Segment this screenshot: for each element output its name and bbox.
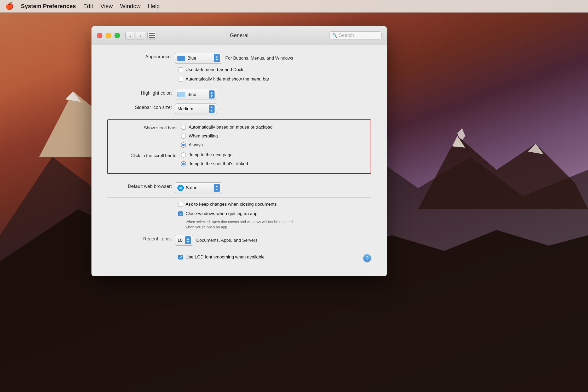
- preferences-window: ‹ › General 🔍 Search Appearance: Blue: [91, 26, 387, 276]
- default-browser-row: Default web browser: ◎ Safari ▲ ▼: [107, 182, 371, 193]
- ask-keep-checkbox[interactable]: [178, 202, 183, 207]
- highlight-color-row: Highlight color: Blue ▲ ▼: [107, 89, 371, 100]
- grid-icon: [149, 33, 155, 38]
- highlight-color-label: Highlight color:: [107, 89, 175, 96]
- appearance-select[interactable]: Blue ▲ ▼: [175, 53, 222, 64]
- dark-menu-checkbox[interactable]: [178, 67, 183, 72]
- search-box[interactable]: 🔍 Search: [329, 31, 382, 39]
- ask-keep-checkbox-row: Ask to keep changes when closing documen…: [178, 202, 277, 207]
- forward-button[interactable]: ›: [136, 32, 145, 39]
- recent-items-arrows: ▲ ▼: [185, 236, 191, 244]
- dark-menu-checkbox-row: Use dark menu bar and Dock: [178, 67, 243, 72]
- highlight-arrows: ▲ ▼: [209, 90, 215, 99]
- always-label: Always: [189, 142, 203, 148]
- dark-menu-label: Use dark menu bar and Dock: [186, 67, 243, 72]
- minimize-button[interactable]: [106, 33, 111, 38]
- next-page-label: Jump to the next page: [189, 152, 233, 158]
- recent-items-control: 10 ▲ ▼ Documents, Apps, and Servers: [175, 235, 371, 246]
- apple-menu[interactable]: 🍎: [5, 2, 14, 10]
- always-radio[interactable]: [181, 142, 186, 148]
- show-scroll-bars-row: Show scroll bars: Automatically based on…: [113, 125, 365, 150]
- ask-keep-label: Ask to keep changes when closing documen…: [186, 202, 277, 207]
- spot-clicked-radio-row: Jump to the spot that's clicked: [181, 161, 248, 166]
- traffic-lights: [97, 33, 120, 38]
- click-scroll-bar-label: Click in the scroll bar to:: [113, 152, 181, 158]
- recent-items-select[interactable]: 10 ▲ ▼: [175, 235, 193, 246]
- close-quit-checkbox-row: Close windows when quitting an app: [178, 211, 257, 216]
- auto-scroll-label: Automatically based on mouse or trackpad: [189, 125, 273, 130]
- spot-clicked-label: Jump to the spot that's clicked: [189, 161, 248, 166]
- auto-scroll-radio[interactable]: [181, 125, 186, 130]
- menubar: 🍎 System Preferences Edit View Window He…: [0, 0, 588, 13]
- titlebar: ‹ › General 🔍 Search: [91, 26, 387, 45]
- lcd-smoothing-checkbox[interactable]: [178, 255, 183, 260]
- when-scrolling-label: When scrolling: [189, 134, 218, 139]
- sidebar-icon-size-label: Sidebar icon size:: [107, 103, 175, 110]
- auto-hide-label: Automatically hide and show the menu bar: [186, 77, 269, 82]
- auto-hide-checkbox-row: Automatically hide and show the menu bar: [178, 77, 269, 82]
- highlight-color-swatch: [177, 92, 185, 97]
- highlight-color-select[interactable]: Blue ▲ ▼: [175, 89, 217, 100]
- default-browser-control: ◎ Safari ▲ ▼: [175, 182, 371, 193]
- click-scroll-bar-row: Click in the scroll bar to: Jump to the …: [113, 152, 365, 169]
- browser-arrows: ▲ ▼: [214, 184, 220, 192]
- sidebar-icon-size-row: Sidebar icon size: Medium ▲ ▼: [107, 103, 371, 114]
- preferences-content: Appearance: Blue ▲ ▼ For Buttons, Menus,…: [91, 45, 387, 276]
- menubar-app-name[interactable]: System Preferences: [21, 3, 76, 10]
- appearance-description: For Buttons, Menus, and Windows: [225, 56, 293, 61]
- window-title: General: [230, 32, 248, 38]
- search-input[interactable]: Search: [339, 33, 354, 38]
- sidebar-icon-size-select[interactable]: Medium ▲ ▼: [175, 103, 217, 114]
- svg-marker-5: [418, 136, 588, 209]
- divider-1: [107, 178, 371, 178]
- dark-menu-row: Use dark menu bar and Dock: [178, 67, 371, 74]
- sidebar-icon-size-arrows: ▲ ▼: [209, 105, 215, 113]
- close-quit-label: Close windows when quitting an app: [186, 211, 257, 216]
- default-browser-text: Safari: [186, 185, 212, 191]
- recent-items-value: 10: [177, 238, 182, 243]
- click-scroll-bar-options: Jump to the next page Jump to the spot t…: [181, 152, 248, 169]
- close-quit-note: When selected, open documents and window…: [186, 220, 371, 230]
- show-scroll-bars-label: Show scroll bars:: [113, 125, 181, 131]
- always-radio-row: Always: [181, 142, 273, 148]
- safari-icon: ◎: [177, 185, 184, 191]
- auto-hide-row: Automatically hide and show the menu bar: [178, 77, 371, 84]
- menubar-edit[interactable]: Edit: [83, 3, 93, 10]
- zoom-button[interactable]: [114, 33, 120, 38]
- menubar-help[interactable]: Help: [148, 3, 160, 10]
- close-quit-checkbox[interactable]: [178, 211, 183, 216]
- lcd-smoothing-checkbox-row: Use LCD font smoothing when available: [178, 255, 363, 260]
- next-page-radio-row: Jump to the next page: [181, 152, 248, 158]
- close-button[interactable]: [97, 33, 102, 38]
- scroll-bars-section: Show scroll bars: Automatically based on…: [107, 119, 371, 174]
- divider-2: [107, 197, 371, 198]
- appearance-arrows: ▲ ▼: [214, 54, 220, 62]
- when-scrolling-radio-row: When scrolling: [181, 134, 273, 139]
- spot-clicked-radio[interactable]: [181, 161, 186, 166]
- back-button[interactable]: ‹: [125, 32, 135, 39]
- default-browser-label: Default web browser:: [107, 182, 175, 189]
- when-scrolling-radio[interactable]: [181, 134, 186, 139]
- next-page-radio[interactable]: [181, 152, 186, 158]
- menubar-view[interactable]: View: [100, 3, 113, 10]
- scroll-bars-options: Automatically based on mouse or trackpad…: [181, 125, 273, 150]
- menubar-window[interactable]: Window: [120, 3, 141, 10]
- sidebar-icon-size-text: Medium: [177, 106, 207, 112]
- search-icon: 🔍: [332, 33, 337, 38]
- close-quit-row: Close windows when quitting an app: [178, 211, 371, 218]
- recent-items-row: Recent items: 10 ▲ ▼ Documents, Apps, an…: [107, 235, 371, 246]
- help-button[interactable]: ?: [363, 254, 371, 262]
- sidebar-icon-size-control: Medium ▲ ▼: [175, 103, 371, 114]
- ask-keep-row: Ask to keep changes when closing documen…: [178, 202, 371, 209]
- default-browser-select[interactable]: ◎ Safari ▲ ▼: [175, 182, 222, 193]
- appearance-label: Appearance:: [107, 53, 175, 60]
- appearance-color-swatch: [177, 56, 185, 61]
- recent-items-label: Recent items:: [107, 235, 175, 242]
- auto-hide-checkbox[interactable]: [178, 77, 183, 82]
- recent-items-description: Documents, Apps, and Servers: [196, 238, 257, 243]
- nav-buttons: ‹ ›: [125, 32, 145, 39]
- highlight-color-control: Blue ▲ ▼: [175, 89, 371, 100]
- lcd-smoothing-label: Use LCD font smoothing when available: [186, 255, 264, 260]
- grid-view-button[interactable]: [147, 32, 157, 39]
- highlight-color-text: Blue: [187, 92, 207, 97]
